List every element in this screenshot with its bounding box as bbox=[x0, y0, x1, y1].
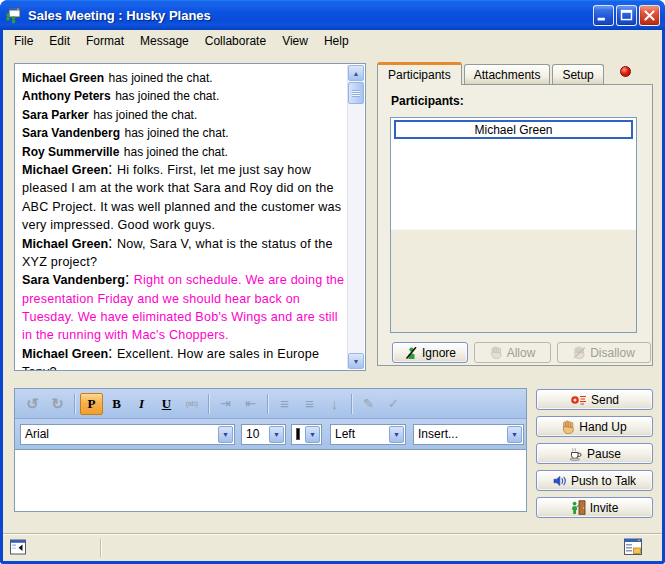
invite-button[interactable]: Invite bbox=[536, 497, 653, 518]
chat-message: Sara Vandenberg: Right on schedule. We a… bbox=[22, 270, 346, 344]
font-controls-row: Arial▼10▼▼Left▼Insert...▼ bbox=[15, 419, 526, 449]
underline-button[interactable]: U bbox=[155, 393, 178, 415]
chat-message: Michael Green has joined the chat. bbox=[22, 68, 346, 86]
chat-scrollbar[interactable]: ▲ ▼ bbox=[347, 65, 364, 369]
alignment-select[interactable]: Left▼ bbox=[330, 424, 406, 445]
chat-message: Michael Green: Now, Sara V, what is the … bbox=[22, 234, 346, 271]
bullet-list-button[interactable]: ≡ bbox=[298, 393, 321, 415]
meeting-icon bbox=[5, 7, 23, 24]
window-controls bbox=[593, 5, 660, 26]
disallow-icon bbox=[573, 346, 586, 359]
button-label: Push to Talk bbox=[571, 474, 636, 488]
minimize-button[interactable] bbox=[593, 5, 614, 26]
font-size-select[interactable]: 10▼ bbox=[241, 424, 286, 445]
menu-item-view[interactable]: View bbox=[274, 32, 316, 50]
redo-button[interactable]: ↻ bbox=[46, 393, 69, 415]
scrollbar-thumb[interactable] bbox=[348, 82, 364, 104]
message-text: has joined the chat. bbox=[124, 145, 228, 159]
dropdown-arrow-icon[interactable]: ▼ bbox=[218, 426, 233, 443]
window-content: FileEditFormatMessageCollaborateViewHelp… bbox=[3, 30, 662, 561]
menu-item-message[interactable]: Message bbox=[132, 32, 197, 50]
undo-button[interactable]: ↺ bbox=[21, 393, 44, 415]
combo-value: 10 bbox=[242, 427, 268, 441]
dropdown-arrow-icon[interactable]: ▼ bbox=[269, 426, 284, 443]
plain-text-button[interactable]: (ab) bbox=[180, 393, 203, 415]
sender-name: Sara Parker bbox=[22, 108, 89, 122]
italic-icon: I bbox=[139, 396, 144, 412]
chat-message: Anthony Peters has joined the chat. bbox=[22, 86, 346, 104]
ignore-button[interactable]: Ignore bbox=[392, 342, 468, 363]
menu-item-format[interactable]: Format bbox=[78, 32, 132, 50]
message-input[interactable] bbox=[15, 450, 526, 511]
pause-icon bbox=[568, 447, 583, 461]
sender-name: Anthony Peters bbox=[22, 89, 111, 103]
button-label: Ignore bbox=[422, 346, 456, 360]
undo-icon: ↺ bbox=[26, 395, 39, 413]
scroll-up-icon[interactable]: ▲ bbox=[348, 65, 364, 81]
button-label: Hand Up bbox=[579, 420, 626, 434]
pause-button[interactable]: Pause bbox=[536, 443, 653, 464]
toolbar-separator bbox=[267, 394, 268, 414]
chat-message: Roy Summerville has joined the chat. bbox=[22, 142, 346, 160]
toolbar-separator bbox=[74, 394, 75, 414]
tab-attachments[interactable]: Attachments bbox=[464, 64, 551, 84]
button-label: Pause bbox=[587, 447, 621, 461]
participant-item[interactable]: Michael Green bbox=[394, 120, 633, 139]
button-label: Allow bbox=[507, 346, 536, 360]
menu-item-help[interactable]: Help bbox=[316, 32, 357, 50]
spelling-button[interactable]: ✓ bbox=[382, 393, 405, 415]
dropdown-arrow-icon[interactable]: ▼ bbox=[507, 426, 522, 443]
scroll-down-icon[interactable]: ▼ bbox=[348, 353, 364, 369]
font-color-select[interactable]: ▼ bbox=[291, 424, 322, 445]
tab-label: Participants bbox=[388, 68, 451, 82]
chat-log: Michael Green has joined the chat.Anthon… bbox=[15, 64, 348, 370]
maximize-button[interactable] bbox=[616, 5, 637, 26]
menu-item-file[interactable]: File bbox=[6, 32, 41, 50]
chat-message: Michael Green: Excellent. How are sales … bbox=[22, 344, 346, 370]
layout-window-icon[interactable] bbox=[624, 538, 644, 560]
combo-value: Left bbox=[331, 427, 388, 441]
indent-decrease-icon: ⇤ bbox=[245, 396, 256, 411]
close-button[interactable] bbox=[639, 5, 660, 26]
send-icon bbox=[570, 394, 587, 406]
paragraph-style-button[interactable]: P bbox=[80, 393, 103, 415]
dropdown-arrow-icon[interactable]: ▼ bbox=[389, 426, 404, 443]
tab-participants[interactable]: Participants bbox=[377, 62, 462, 85]
title-bar[interactable]: Sales Meeting : Husky Planes bbox=[0, 0, 665, 30]
bold-icon: B bbox=[112, 396, 121, 412]
plain-text-icon: (ab) bbox=[185, 399, 197, 408]
message-separator: : bbox=[125, 270, 134, 287]
send-button[interactable]: Send bbox=[536, 389, 653, 410]
message-text: has joined the chat. bbox=[93, 108, 197, 122]
insert-below-button[interactable]: ↓ bbox=[323, 393, 346, 415]
sender-name: Michael Green bbox=[22, 347, 108, 361]
menu-item-edit[interactable]: Edit bbox=[41, 32, 78, 50]
insert-select[interactable]: Insert...▼ bbox=[413, 424, 524, 445]
signature-button[interactable]: ✎ bbox=[357, 393, 380, 415]
toolbar-separator bbox=[351, 394, 352, 414]
redo-icon: ↻ bbox=[51, 395, 64, 413]
voice-window-icon[interactable] bbox=[10, 539, 27, 560]
message-separator: : bbox=[108, 344, 117, 361]
numbered-list-button[interactable]: ≡ bbox=[273, 393, 296, 415]
sender-name: Roy Summerville bbox=[22, 145, 119, 159]
invite-icon bbox=[571, 500, 586, 515]
menu-item-collaborate[interactable]: Collaborate bbox=[197, 32, 274, 50]
italic-button[interactable]: I bbox=[130, 393, 153, 415]
indent-decrease-button[interactable]: ⇤ bbox=[239, 393, 262, 415]
push-to-talk-button[interactable]: Push to Talk bbox=[536, 470, 653, 491]
arrow-down-icon: ↓ bbox=[331, 395, 339, 412]
participant-list[interactable]: Michael Green bbox=[390, 117, 637, 333]
spellcheck-icon: ✓ bbox=[388, 396, 399, 411]
indent-increase-button[interactable]: ⇥ bbox=[214, 393, 237, 415]
tab-setup[interactable]: Setup bbox=[552, 64, 603, 84]
font-family-select[interactable]: Arial▼ bbox=[20, 424, 235, 445]
hand-up-button[interactable]: Hand Up bbox=[536, 416, 653, 437]
bold-button[interactable]: B bbox=[105, 393, 128, 415]
allow-icon bbox=[490, 346, 503, 359]
ignore-icon bbox=[404, 346, 418, 360]
dropdown-arrow-icon[interactable]: ▼ bbox=[305, 426, 320, 443]
app-window: Sales Meeting : Husky Planes FileEditFor… bbox=[0, 0, 665, 564]
status-bar bbox=[3, 533, 662, 561]
status-bar-divider bbox=[100, 539, 101, 557]
